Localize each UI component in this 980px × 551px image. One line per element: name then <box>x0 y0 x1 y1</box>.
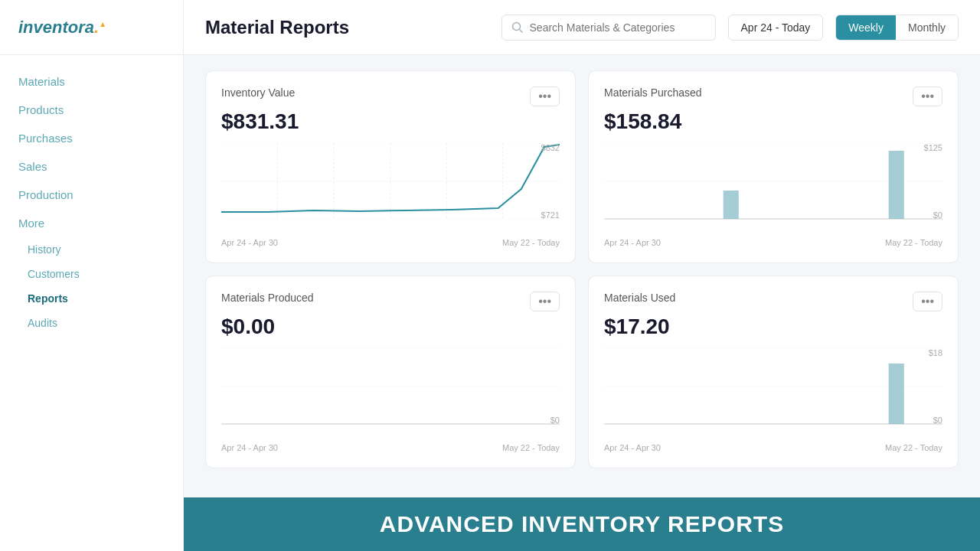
sidebar-item-reports[interactable]: Reports <box>0 286 183 311</box>
chart-footer: Apr 24 - Apr 30 May 22 - Today <box>604 443 942 452</box>
chart-area: $832 $721 <box>221 143 560 235</box>
chart-footer: Apr 24 - Apr 30 May 22 - Today <box>604 238 942 247</box>
sidebar-nav: Materials Products Purchases Sales Produ… <box>0 55 183 551</box>
chart-value: $0.00 <box>221 315 560 339</box>
chart-value: $158.84 <box>604 109 942 134</box>
sidebar-item-audits[interactable]: Audits <box>0 311 183 335</box>
main-content: Material Reports Apr 24 - Today Weekly M… <box>184 0 980 551</box>
chart-more-button[interactable]: ••• <box>913 292 942 311</box>
chart-title: Materials Used <box>604 292 675 304</box>
search-icon <box>511 21 524 34</box>
bar-chart-svg <box>604 143 942 220</box>
tab-monthly[interactable]: Monthly <box>896 15 958 40</box>
sidebar-item-history[interactable]: History <box>0 237 183 262</box>
search-box[interactable] <box>501 15 716 41</box>
sidebar-item-sales[interactable]: Sales <box>0 152 183 181</box>
chart-title: Inventory Value <box>221 86 295 99</box>
chart-value: $17.20 <box>604 315 942 339</box>
chart-area: $18 $0 <box>604 348 942 440</box>
logo-container: inventora.▲ <box>0 0 183 55</box>
svg-rect-14 <box>724 191 739 219</box>
chart-header: Materials Purchased ••• <box>604 86 942 106</box>
sidebar-item-customers[interactable]: Customers <box>0 262 183 286</box>
sidebar-item-more[interactable]: More <box>0 209 183 237</box>
chart-value: $831.31 <box>221 109 560 134</box>
chart-footer: Apr 24 - Apr 30 May 22 - Today <box>221 238 560 247</box>
chart-more-button[interactable]: ••• <box>913 86 942 106</box>
flat-chart-svg <box>221 348 560 425</box>
line-chart-svg <box>221 143 560 220</box>
svg-line-1 <box>519 29 522 32</box>
bar-small-chart-svg <box>604 348 942 425</box>
chart-materials-used: Materials Used ••• $17.20 $18 <box>588 276 959 468</box>
date-range-button[interactable]: Apr 24 - Today <box>728 15 824 41</box>
chart-inventory-value: Inventory Value ••• $831.31 <box>205 70 576 263</box>
promo-banner: ADVANCED INVENTORY REPORTS <box>184 497 980 551</box>
svg-rect-15 <box>889 151 904 219</box>
sidebar-item-products[interactable]: Products <box>0 96 183 124</box>
chart-title: Materials Produced <box>221 292 314 304</box>
sidebar: inventora.▲ Materials Products Purchases… <box>0 0 184 551</box>
page-header: Material Reports Apr 24 - Today Weekly M… <box>184 0 980 55</box>
period-tab-group: Weekly Monthly <box>835 15 959 41</box>
charts-grid: Inventory Value ••• $831.31 <box>205 70 959 468</box>
chart-scale: $832 $721 <box>541 143 560 220</box>
sidebar-item-purchases[interactable]: Purchases <box>0 124 183 152</box>
chart-scale: $125 $0 <box>924 143 942 220</box>
svg-rect-24 <box>889 364 904 424</box>
chart-materials-purchased: Materials Purchased ••• $158.84 <box>588 70 959 263</box>
page-title: Material Reports <box>205 17 489 38</box>
chart-title: Materials Purchased <box>604 86 702 99</box>
sidebar-item-production[interactable]: Production <box>0 181 183 209</box>
chart-scale: $18 $0 <box>929 348 942 425</box>
chart-area: $0 <box>221 348 560 440</box>
chart-header: Materials Produced ••• <box>221 292 560 311</box>
chart-header: Materials Used ••• <box>604 292 942 311</box>
tab-weekly[interactable]: Weekly <box>836 15 896 40</box>
chart-header: Inventory Value ••• <box>221 86 560 106</box>
search-input[interactable] <box>530 21 706 34</box>
app-logo: inventora.▲ <box>18 18 106 37</box>
chart-more-button[interactable]: ••• <box>530 292 560 311</box>
content-area: Inventory Value ••• $831.31 <box>184 55 980 497</box>
chart-more-button[interactable]: ••• <box>530 86 560 106</box>
chart-materials-produced: Materials Produced ••• $0.00 $0 <box>205 276 576 468</box>
sidebar-item-materials[interactable]: Materials <box>0 67 183 96</box>
chart-footer: Apr 24 - Apr 30 May 22 - Today <box>221 443 560 452</box>
chart-scale: $0 <box>550 348 560 425</box>
chart-area: $125 $0 <box>604 143 942 235</box>
